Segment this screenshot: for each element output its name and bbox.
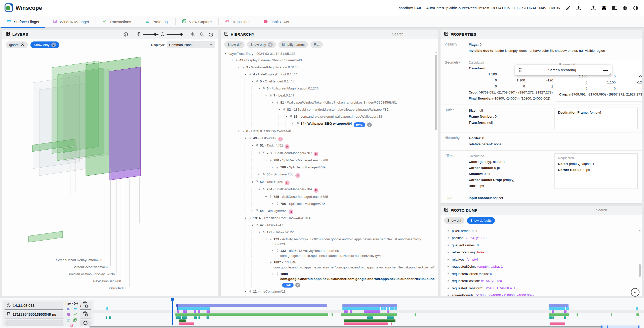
pin-icon[interactable] [276,248,280,254]
proto-search-input[interactable] [595,207,638,213]
tree-row[interactable]: ▼50 - Task=3#50H [221,179,434,186]
hierarchy-search-input[interactable] [392,31,434,37]
expand-arrow-icon[interactable]: ▼ [278,107,283,112]
pin-icon[interactable] [269,158,273,163]
proto-row[interactable]: requestedCornerRadius:0 [448,270,639,277]
timeline-cursor[interactable] [172,299,173,325]
expand-arrow-icon[interactable]: ▼ [224,51,228,56]
chip-flat[interactable]: Flat [310,41,323,48]
pin-icon[interactable] [269,260,273,265]
proto-row[interactable]: requestedColor:{empty}, alpha: 1 [448,263,639,270]
timeline-tracks-canvas[interactable] [0,298,644,328]
hierarchy-scrollbar[interactable]: ▲ ▼ [435,51,437,294]
expand-arrow-icon[interactable]: ▼ [265,93,269,98]
pin-icon[interactable] [242,129,246,134]
resize-grip[interactable] [609,72,611,75]
tree-row[interactable]: ▼1887 - 77fdc4b com.google.android.apps.… [221,259,434,271]
tree-row[interactable]: •55 - Dim layer#55H [221,171,434,179]
layer-label[interactable]: PointerLocation - display 0#136 [69,272,115,276]
tree-row[interactable]: ▼51 - Task=4#51H [221,142,434,150]
rotation-slider[interactable] [143,34,158,35]
pin-icon[interactable] [296,121,301,127]
drag-handle-icon[interactable] [519,68,521,72]
pin-icon[interactable] [249,289,253,295]
tree-row[interactable]: ▼97 - WindowToken{7f78b6b type=2011 andr… [221,295,434,296]
tree-row[interactable]: ▼785 - SplitDecorManagerLeash#785 [221,194,434,201]
tree-row[interactable]: ▼LayerTraceEntry - 2024-03-31, 14:31:05.… [221,51,434,57]
tree-row[interactable]: ▼1914 - Transition Root: Task=46#1914 [221,215,434,222]
report-bug-button[interactable] [620,3,630,13]
tree-row[interactable]: ▼7 - Leaf:0:1#7 [221,92,434,99]
tree-row[interactable]: ▼787 - SplitDecorManager#787H [221,150,434,157]
zoom-in-button[interactable] [189,31,196,38]
minimap-tick[interactable] [607,325,608,328]
expand-arrow-icon[interactable]: ▼ [258,151,262,156]
expand-arrow-icon[interactable]: ▼ [265,194,269,199]
pin-icon[interactable] [262,187,267,192]
expand-arrow-icon[interactable]: ▼ [231,58,235,63]
expand-arrow-icon[interactable]: ▼ [251,143,256,148]
proto-row[interactable]: pixelFormat:null [448,227,639,235]
zoom-out-button[interactable] [198,31,206,38]
ignore-chip[interactable]: Ignore [6,41,28,48]
minimap-track[interactable] [89,326,601,327]
tree-row[interactable]: ▼3 - WindowedMagnification:0:31#3 [221,64,434,71]
minimize-button[interactable] [603,70,608,71]
pin-icon[interactable] [235,58,239,63]
expand-arrow-icon[interactable]: ▼ [245,72,249,77]
shortcuts-button[interactable]: ⌘ [599,3,609,13]
tree-row[interactable]: •84 - Wallpaper BBQ wrapper#84HWCV [221,120,434,128]
tree-row[interactable]: •132 - d886913 ActivityRecordInputSink c… [221,248,434,259]
tab-protolog[interactable]: ProtoLog [138,16,175,27]
pin-icon[interactable] [262,172,267,177]
proto-row[interactable]: screenBounds:(-10800, -24000) - (10800, … [448,292,639,296]
pin-icon[interactable] [256,79,260,84]
minimap-tick[interactable] [601,325,602,328]
tab-transactions[interactable]: Transactions [96,16,137,27]
proto-row[interactable]: requestedPosition:x: -54, y: -120 [448,277,639,285]
pin-icon[interactable] [262,230,267,235]
proto-row[interactable]: queuedFrames:0 [448,242,639,249]
pin-icon[interactable] [283,107,287,113]
tree-row[interactable]: ▼47 - Task=1#47 [221,222,434,229]
tree-row[interactable]: ▼5 - OneHanded:0:14#5 [221,78,434,85]
expand-arrow-icon[interactable]: ▼ [265,237,269,242]
pin-icon[interactable] [242,65,246,70]
expand-arrow-icon[interactable]: ▼ [258,230,262,235]
minimap-tick[interactable] [638,325,639,328]
tree-row[interactable]: ▼122 - Task=7#122 [221,229,434,236]
tab-surface-flinger[interactable]: Surface Flinger [0,16,46,27]
pin-icon[interactable] [276,100,280,106]
chip-show-diff[interactable]: Show diff [444,217,464,224]
pin-icon[interactable] [269,194,273,200]
tab-jank-cujs[interactable]: Jank CUJs [257,16,296,27]
tree-row[interactable]: ▼43 - Display 0 name="Built-in Screen"#4… [221,57,434,64]
pin-icon[interactable] [269,93,273,99]
pin-icon[interactable] [276,165,280,170]
tab-view-capture[interactable]: View Capture [175,16,218,27]
pin-icon[interactable] [276,271,280,277]
expand-arrow-icon[interactable]: ▼ [265,260,269,265]
tree-row[interactable]: ▼4 - HideDisplayCutout:0:14#4 [221,71,434,78]
pin-icon[interactable] [276,201,280,207]
proto-row[interactable]: refreshPending:false [448,249,639,256]
pin-icon[interactable] [256,179,260,185]
expand-arrow-icon[interactable]: ▼ [245,289,249,294]
expand-arrow-icon[interactable]: ▼ [251,223,256,228]
tree-row[interactable]: ▼83 - com.android.systemui.wallpapers.Im… [221,113,434,120]
show-only-chip[interactable]: Show only V [30,41,59,48]
tree-row[interactable]: ▼8 - DefaultTaskDisplayArea#8 [221,128,434,135]
proto-scrollbar[interactable]: ▲ [638,229,641,294]
tree-row[interactable]: ▼81 - WallpaperWindowToken{fcfbcd7 token… [221,99,434,106]
pin-icon[interactable] [290,114,294,120]
theme-toggle-button[interactable] [631,3,640,13]
reset-view-button[interactable] [208,31,215,38]
upload-button[interactable] [589,3,598,13]
tree-row[interactable]: •1888 - com.google.android.apps.nexuslau… [221,271,434,288]
expand-arrow-icon[interactable]: ▼ [251,79,256,84]
displays-select[interactable]: Common Panel ▼ [167,41,215,48]
tree-row[interactable]: ▼123 - ActivityRecord{4788c02 u0 com.goo… [221,236,434,248]
expand-arrow-icon[interactable]: ▼ [245,216,249,221]
expand-arrow-icon[interactable]: ▼ [285,114,290,119]
pin-icon[interactable] [269,237,273,242]
